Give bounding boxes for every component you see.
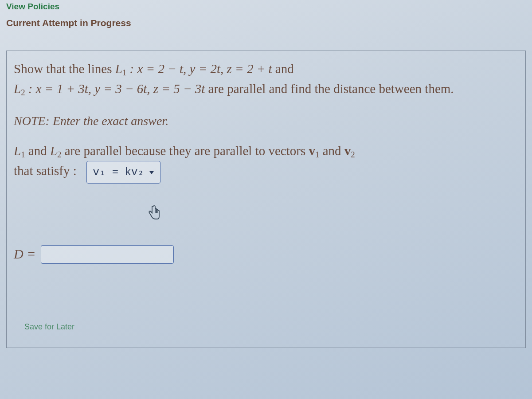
l1-sub: 1 [122, 68, 126, 77]
hand-cursor-icon [147, 204, 161, 221]
exp-and2: and [319, 144, 344, 158]
exp-v1: v [309, 144, 315, 158]
dropdown-value: v₁ = kv₂ [93, 164, 144, 180]
distance-row: D = [14, 244, 518, 265]
l1-symbol: L [115, 62, 122, 76]
l2-sub: 2 [21, 88, 25, 97]
view-policies-link[interactable]: View Policies [6, 2, 526, 12]
relation-dropdown[interactable]: v₁ = kv₂ [86, 161, 160, 184]
save-for-later-button[interactable]: Save for Later [24, 322, 74, 332]
parallel-explanation: L1 and L2 are parallel because they are … [14, 141, 518, 184]
svg-marker-0 [149, 171, 154, 174]
exp-satisfy: that satisfy : [14, 164, 77, 178]
exp-v2-sub: 2 [351, 150, 355, 159]
problem-box: Show that the lines L1 : x = 2 − t, y = … [6, 51, 526, 348]
l1-equations: : x = 2 − t, y = 2t, z = 2 + t [126, 62, 272, 76]
prob-intro: Show that the lines [14, 62, 115, 76]
view-policies-text[interactable]: View Policies [6, 2, 59, 11]
distance-input[interactable] [41, 245, 174, 264]
exp-l2-sub: 2 [57, 150, 61, 159]
problem-statement: Show that the lines L1 : x = 2 − t, y = … [14, 59, 518, 99]
exp-l1-sub: 1 [21, 150, 25, 159]
chevron-down-icon [149, 169, 155, 176]
exp-post: are parallel because they are parallel t… [62, 144, 309, 158]
prob-and: and [272, 62, 294, 76]
pointer-cursor [147, 204, 518, 223]
exp-l2: L [50, 144, 57, 158]
distance-label: D = [14, 244, 35, 265]
prob-tail: are parallel and find the distance betwe… [205, 82, 454, 96]
attempt-status: Current Attempt in Progress [6, 18, 526, 28]
note-text: NOTE: Enter the exact answer. [14, 111, 518, 130]
l2-equations: : x = 1 + 3t, y = 3 − 6t, z = 5 − 3t [25, 82, 205, 96]
l2-symbol: L [14, 82, 21, 96]
exp-v1-sub: 1 [315, 150, 319, 159]
exp-v2: v [344, 144, 351, 158]
exp-and1: and [25, 144, 50, 158]
exp-l1: L [14, 144, 21, 158]
